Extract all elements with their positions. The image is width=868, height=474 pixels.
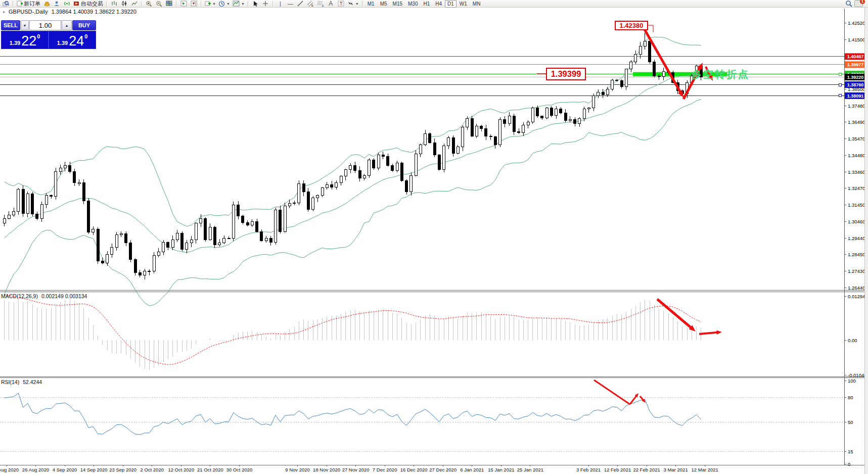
text-tool[interactable]: A [326, 1, 336, 7]
volume-input[interactable]: 1.00 [29, 20, 61, 30]
date-label: 15 Jan 2021 [488, 467, 514, 472]
timeframe-button-H1[interactable]: H1 [421, 0, 432, 8]
price-tick: 1.37480 [848, 103, 865, 109]
community-icon[interactable] [52, 1, 62, 7]
search-icon[interactable] [845, 0, 852, 7]
price-tick: 1.30460 [848, 219, 865, 224]
main-toolbar: 新订单 自动交易 [0, 0, 868, 8]
timeframe-button-W1[interactable]: W1 [457, 0, 470, 8]
buy-price-big: 24 [69, 34, 84, 48]
chart-title: ▸ GBPUSD-,Daily 1.39864 1.40039 1.38622 … [3, 9, 136, 15]
toolbar-separator [13, 1, 14, 7]
gold-icon[interactable] [42, 1, 52, 7]
signal-icon[interactable] [62, 1, 72, 7]
timeframe-button-M30[interactable]: M30 [405, 0, 420, 8]
price-badge-text: 1.38091 [847, 93, 864, 99]
date-label: 27 Nov 2020 [342, 467, 370, 472]
price-tick: 1.42520 [848, 20, 865, 26]
macd-name: MACD(12,26,9) [1, 293, 38, 299]
bar-chart-icon[interactable] [109, 1, 119, 7]
date-label: 9 Nov 2020 [285, 467, 310, 472]
rsi-tick: 50 [848, 419, 853, 425]
chart-ohlc-values: 1.39864 1.40039 1.38622 1.39220 [52, 9, 136, 15]
svg-text:F: F [322, 5, 324, 7]
turning-point-note[interactable]: 多空转折点 [692, 68, 750, 81]
price-tick: 1.35470 [848, 136, 865, 141]
rsi-tick: 80 [848, 395, 853, 400]
symbol-search-icon[interactable] [1, 1, 11, 7]
rsi-layer [0, 393, 844, 451]
timeframe-button-MN[interactable]: MN [470, 0, 483, 8]
rsi-tick: 100 [848, 378, 856, 384]
notifications-icon[interactable]: 1 [854, 0, 863, 7]
price-tick: 1.41500 [848, 37, 865, 42]
arrows-tool[interactable]: ▼ [346, 1, 360, 7]
channel-tool[interactable]: E [306, 1, 315, 7]
crosshair-tool[interactable] [261, 1, 270, 7]
price-tick: 1.34480 [848, 153, 865, 158]
sell-price-big: 22 [21, 34, 36, 48]
one-click-trading-panel: SELL ▼ 1.00 ▲ BUY 1.39 22 0 1.39 24 0 [1, 20, 96, 49]
timeframe-toolbar: M1M5M15M30H1H4D1W1MN [365, 0, 483, 8]
cursor-tool[interactable] [251, 1, 260, 7]
toolbar-separator [176, 1, 177, 7]
trendline-tool[interactable] [296, 1, 305, 7]
toolbar-separator [201, 1, 202, 7]
candle-chart-icon[interactable] [119, 1, 129, 7]
date-label: 23 Sep 2020 [109, 467, 136, 472]
price-tick: 1.27430 [848, 268, 865, 274]
volume-up-button[interactable]: ▲ [62, 20, 72, 30]
fibonacci-tool[interactable]: F [316, 1, 326, 7]
date-label: 21 Oct 2020 [197, 467, 223, 472]
date-label: 25 Jan 2021 [517, 467, 543, 472]
add-indicator-button[interactable]: ▼ [204, 1, 217, 7]
buy-quote[interactable]: 1.39 24 0 [48, 31, 96, 49]
horizontal-line-tool[interactable]: — [286, 1, 295, 7]
timeframe-button-M1[interactable]: M1 [365, 0, 377, 8]
new-order-button[interactable]: 新订单 [16, 1, 41, 7]
toolbar-separator [272, 1, 273, 7]
date-label: 2 Oct 2020 [141, 467, 164, 472]
auto-scroll-icon[interactable] [179, 1, 189, 7]
zoom-out-icon[interactable] [154, 1, 164, 7]
timeframe-button-M15[interactable]: M15 [390, 0, 405, 8]
sell-price-pip: 0 [37, 32, 40, 39]
support-price-label[interactable]: 1.39399 [546, 68, 586, 80]
time-axis: 7 Aug 202026 Aug 20204 Sep 202014 Sep 20… [0, 465, 718, 472]
date-label: 16 Dec 2020 [400, 467, 428, 472]
autotrading-button[interactable]: 自动交易 [72, 1, 104, 7]
peak-price-label[interactable]: 1.42380 [615, 21, 648, 30]
price-tick: 1.31450 [848, 202, 865, 208]
buy-price-pip: 0 [84, 32, 87, 39]
timeframe-button-D1[interactable]: D1 [445, 0, 456, 8]
sell-quote[interactable]: 1.39 22 0 [2, 31, 48, 49]
timeframe-button-M5[interactable]: M5 [378, 0, 390, 8]
vertical-line-tool[interactable]: | [276, 1, 285, 7]
label-leaders [537, 25, 653, 74]
date-label: 4 Sep 2020 [53, 467, 77, 472]
price-badge-text: 1.39220 [847, 75, 864, 80]
buy-button[interactable]: BUY [72, 20, 96, 30]
toolbar-right: 1 [845, 0, 868, 7]
date-label: 22 Feb 2021 [633, 467, 660, 472]
price-tick: 1.26440 [848, 285, 865, 291]
date-label: 27 Dec 2020 [429, 467, 456, 472]
buy-price-prefix: 1.39 [57, 40, 68, 46]
new-order-label: 新订单 [24, 0, 40, 8]
rsi-tick: 15 [848, 449, 853, 454]
line-chart-icon[interactable] [129, 1, 139, 7]
chart-shift-icon[interactable] [189, 1, 199, 7]
zoom-in-icon[interactable] [144, 1, 154, 7]
timeframe-button-H4[interactable]: H4 [433, 0, 444, 8]
macd-signal [5, 295, 701, 364]
sell-button[interactable]: SELL [1, 20, 20, 30]
price-tick: 1.33460 [848, 169, 865, 175]
tile-windows-icon[interactable] [164, 1, 174, 7]
date-label: 12 Feb 2021 [604, 467, 631, 472]
volume-down-button[interactable]: ▼ [21, 20, 29, 30]
price-axis: 1.425201.415001.385001.374801.364901.354… [839, 20, 866, 291]
template-button[interactable]: ▼ [232, 1, 246, 7]
period-button[interactable]: ▼ [217, 1, 231, 7]
label-tool[interactable]: T [336, 1, 346, 7]
autotrading-label: 自动交易 [81, 0, 103, 8]
